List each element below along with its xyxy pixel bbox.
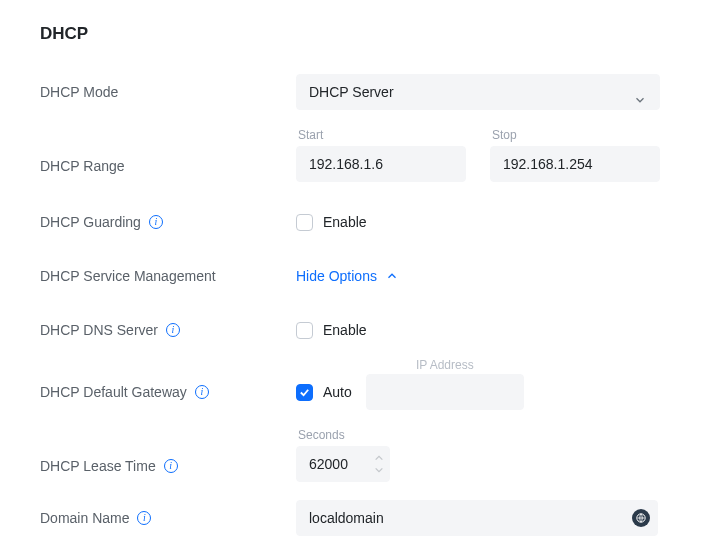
- label-dhcp-dns-server: DHCP DNS Server i: [40, 322, 296, 338]
- gateway-ip-input[interactable]: [366, 374, 524, 410]
- label-dhcp-mode: DHCP Mode: [40, 84, 296, 100]
- info-icon[interactable]: i: [164, 459, 178, 473]
- dhcp-dns-enable[interactable]: Enable: [296, 322, 367, 339]
- range-start-label: Start: [296, 128, 466, 142]
- link-text: Hide Options: [296, 268, 377, 284]
- label-dhcp-lease-time: DHCP Lease Time i: [40, 458, 296, 482]
- label-dhcp-guarding: DHCP Guarding i: [40, 214, 296, 230]
- chevron-down-icon: [633, 85, 647, 99]
- row-dhcp-range: DHCP Range Start Stop: [40, 128, 688, 182]
- label-domain-name: Domain Name i: [40, 510, 296, 526]
- label-dhcp-service-mgmt: DHCP Service Management: [40, 268, 296, 284]
- row-dhcp-lease-time: DHCP Lease Time i Seconds: [40, 428, 688, 482]
- lease-time-group: Seconds: [296, 428, 390, 482]
- row-dhcp-service-mgmt: DHCP Service Management Hide Options: [40, 258, 688, 294]
- label-text: DHCP Guarding: [40, 214, 141, 230]
- dhcp-section: DHCP DHCP Mode DHCP Server DHCP Range St…: [0, 0, 728, 555]
- dhcp-mode-value: DHCP Server: [309, 75, 394, 109]
- info-icon[interactable]: i: [195, 385, 209, 399]
- row-domain-name: Domain Name i: [40, 500, 688, 536]
- checkbox-label: Enable: [323, 214, 367, 230]
- gateway-ip-hint: IP Address: [366, 358, 524, 372]
- info-icon[interactable]: i: [149, 215, 163, 229]
- domain-name-input[interactable]: [296, 500, 658, 536]
- range-start-group: Start: [296, 128, 466, 182]
- hide-options-toggle[interactable]: Hide Options: [296, 268, 399, 284]
- dhcp-guarding-enable[interactable]: Enable: [296, 214, 367, 231]
- spinner-down-button[interactable]: [372, 464, 386, 476]
- label-text: DHCP Service Management: [40, 268, 216, 284]
- dhcp-mode-select[interactable]: DHCP Server: [296, 74, 660, 110]
- row-dhcp-dns-server: DHCP DNS Server i Enable: [40, 312, 688, 348]
- checkbox-label: Enable: [323, 322, 367, 338]
- range-stop-label: Stop: [490, 128, 660, 142]
- range-stop-group: Stop: [490, 128, 660, 182]
- label-dhcp-default-gw: DHCP Default Gateway i: [40, 384, 296, 400]
- label-text: DHCP DNS Server: [40, 322, 158, 338]
- label-text: DHCP Lease Time: [40, 458, 156, 474]
- label-text: Domain Name: [40, 510, 129, 526]
- row-dhcp-default-gw: DHCP Default Gateway i Auto IP Address: [40, 374, 688, 410]
- row-dhcp-guarding: DHCP Guarding i Enable: [40, 204, 688, 240]
- row-dhcp-mode: DHCP Mode DHCP Server: [40, 74, 688, 110]
- info-icon[interactable]: i: [166, 323, 180, 337]
- label-text: DHCP Default Gateway: [40, 384, 187, 400]
- checkbox-checked-icon: [296, 384, 313, 401]
- label-text: DHCP Mode: [40, 84, 118, 100]
- checkbox-unchecked-icon: [296, 322, 313, 339]
- spinner-up-button[interactable]: [372, 452, 386, 464]
- checkbox-unchecked-icon: [296, 214, 313, 231]
- section-title: DHCP: [40, 24, 688, 44]
- range-start-input[interactable]: [296, 146, 466, 182]
- domain-name-group: [296, 500, 658, 536]
- gateway-auto-checkbox[interactable]: Auto: [296, 384, 352, 401]
- lease-time-spinner: [296, 446, 390, 482]
- domain-badge-icon[interactable]: [632, 509, 650, 527]
- chevron-up-icon: [385, 269, 399, 283]
- label-text: DHCP Range: [40, 158, 125, 174]
- lease-time-unit: Seconds: [296, 428, 390, 442]
- info-icon[interactable]: i: [137, 511, 151, 525]
- label-dhcp-range: DHCP Range: [40, 158, 296, 182]
- gateway-ip-group: IP Address: [366, 374, 524, 410]
- checkbox-label: Auto: [323, 384, 352, 400]
- range-stop-input[interactable]: [490, 146, 660, 182]
